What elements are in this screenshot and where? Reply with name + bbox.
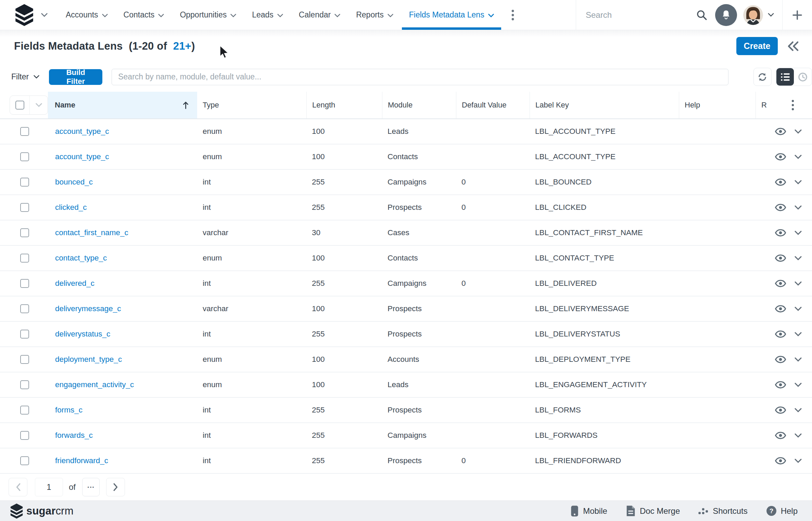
focus-preview-button[interactable] bbox=[775, 355, 786, 364]
column-header-module[interactable]: Module bbox=[382, 92, 456, 118]
row-checkbox[interactable] bbox=[20, 380, 29, 389]
row-actions-dropdown[interactable] bbox=[795, 129, 802, 134]
activity-timeline-toggle[interactable] bbox=[794, 68, 812, 86]
total-count-link[interactable]: 21+ bbox=[173, 40, 191, 52]
doc-merge-link[interactable]: Doc Merge bbox=[626, 505, 680, 517]
column-settings-kebab-icon[interactable] bbox=[791, 99, 794, 111]
row-checkbox[interactable] bbox=[20, 254, 29, 263]
global-search[interactable] bbox=[576, 0, 696, 30]
mobile-link[interactable]: Mobile bbox=[570, 505, 607, 517]
row-checkbox[interactable] bbox=[20, 203, 29, 212]
app-logo-menu[interactable] bbox=[15, 4, 48, 26]
table-row: deliverymessage_c varchar 100 Prospects … bbox=[0, 296, 812, 322]
row-actions-dropdown[interactable] bbox=[795, 307, 802, 311]
nav-overflow-menu[interactable] bbox=[502, 0, 524, 30]
nav-menu-item[interactable]: Reports bbox=[348, 0, 401, 30]
row-actions-dropdown[interactable] bbox=[795, 357, 802, 362]
row-checkbox[interactable] bbox=[20, 431, 29, 440]
focus-preview-button[interactable] bbox=[775, 305, 786, 313]
field-name-link[interactable]: friendforward_c bbox=[55, 456, 108, 465]
focus-preview-button[interactable] bbox=[775, 431, 786, 440]
field-name-link[interactable]: account_type_c bbox=[55, 152, 109, 161]
field-name-link[interactable]: forwards_c bbox=[55, 431, 93, 440]
list-view-toggle[interactable] bbox=[776, 68, 794, 86]
row-actions-dropdown[interactable] bbox=[795, 180, 802, 185]
column-header-label-key[interactable]: Label Key bbox=[530, 92, 679, 118]
nav-tab-fields-metadata-lens[interactable]: Fields Metadata Lens bbox=[401, 0, 502, 30]
row-checkbox[interactable] bbox=[20, 456, 29, 465]
field-name-link[interactable]: deliverystatus_c bbox=[55, 330, 110, 338]
row-actions-dropdown[interactable] bbox=[795, 383, 802, 387]
collapse-sidebar-button[interactable] bbox=[785, 41, 802, 51]
row-actions-dropdown[interactable] bbox=[795, 433, 802, 438]
field-name-link[interactable]: contact_first_name_c bbox=[55, 228, 128, 237]
shortcuts-link[interactable]: Shortcuts bbox=[698, 506, 747, 516]
focus-preview-button[interactable] bbox=[775, 153, 786, 161]
field-name-link[interactable]: bounced_c bbox=[55, 178, 93, 186]
focus-preview-button[interactable] bbox=[775, 406, 786, 414]
field-name-link[interactable]: deliverymessage_c bbox=[55, 304, 121, 313]
refresh-button[interactable] bbox=[753, 68, 772, 86]
row-actions-dropdown[interactable] bbox=[795, 408, 802, 412]
field-name-link[interactable]: delivered_c bbox=[55, 279, 94, 288]
focus-preview-button[interactable] bbox=[775, 254, 786, 262]
row-actions-dropdown[interactable] bbox=[795, 155, 802, 159]
nav-menu-item[interactable]: Contacts bbox=[116, 0, 172, 30]
row-actions-dropdown[interactable] bbox=[795, 205, 802, 210]
quick-create-button[interactable] bbox=[783, 0, 812, 30]
total-pages-button[interactable]: ... bbox=[82, 478, 100, 496]
help-link[interactable]: ? Help bbox=[766, 506, 798, 516]
row-checkbox[interactable] bbox=[20, 152, 29, 161]
row-checkbox[interactable] bbox=[20, 279, 29, 288]
field-name-link[interactable]: engagement_activity_c bbox=[55, 380, 134, 389]
focus-preview-button[interactable] bbox=[775, 127, 786, 136]
next-page-button[interactable] bbox=[106, 478, 125, 496]
nav-menu-item[interactable]: Leads bbox=[244, 0, 291, 30]
row-checkbox[interactable] bbox=[20, 406, 29, 415]
row-actions-dropdown[interactable] bbox=[795, 332, 802, 336]
focus-preview-button[interactable] bbox=[775, 330, 786, 338]
row-checkbox[interactable] bbox=[20, 127, 29, 136]
field-name-link[interactable]: clicked_c bbox=[55, 203, 87, 212]
column-header-length[interactable]: Length bbox=[306, 92, 382, 118]
column-header-name[interactable]: Name bbox=[48, 92, 197, 118]
focus-preview-button[interactable] bbox=[775, 279, 786, 288]
nav-menu-item[interactable]: Accounts bbox=[58, 0, 116, 30]
focus-preview-button[interactable] bbox=[775, 381, 786, 389]
build-filter-button[interactable]: Build Filter bbox=[49, 69, 102, 85]
field-name-link[interactable]: deployment_type_c bbox=[55, 355, 122, 364]
select-all-dropdown[interactable] bbox=[30, 96, 48, 114]
field-name-link[interactable]: account_type_c bbox=[55, 127, 109, 136]
row-checkbox[interactable] bbox=[20, 330, 29, 339]
page-number-input[interactable] bbox=[35, 478, 63, 496]
row-actions-dropdown[interactable] bbox=[795, 231, 802, 235]
row-checkbox[interactable] bbox=[20, 304, 29, 313]
column-header-type[interactable]: Type bbox=[197, 92, 306, 118]
row-actions-dropdown[interactable] bbox=[795, 256, 802, 260]
filter-dropdown[interactable]: Filter bbox=[11, 72, 39, 81]
field-name-link[interactable]: forms_c bbox=[55, 406, 83, 414]
create-button[interactable]: Create bbox=[736, 37, 778, 55]
row-checkbox[interactable] bbox=[20, 178, 29, 187]
nav-menu-item[interactable]: Opportunities bbox=[172, 0, 244, 30]
focus-preview-button[interactable] bbox=[775, 203, 786, 212]
user-menu[interactable] bbox=[743, 5, 774, 25]
field-name-link[interactable]: contact_type_c bbox=[55, 254, 107, 262]
select-all-checkbox[interactable] bbox=[10, 96, 30, 114]
focus-preview-button[interactable] bbox=[775, 229, 786, 237]
previous-page-button[interactable] bbox=[9, 478, 27, 496]
row-checkbox[interactable] bbox=[20, 228, 29, 237]
column-header-help[interactable]: Help bbox=[679, 92, 756, 118]
global-search-input[interactable] bbox=[586, 10, 696, 20]
notifications-button[interactable] bbox=[715, 4, 737, 26]
list-search-input[interactable] bbox=[112, 69, 728, 85]
column-header-default-value[interactable]: Default Value bbox=[456, 92, 530, 118]
row-actions-dropdown[interactable] bbox=[795, 459, 802, 463]
nav-menu-item[interactable]: Calendar bbox=[291, 0, 348, 30]
focus-preview-button[interactable] bbox=[775, 178, 786, 186]
focus-preview-button[interactable] bbox=[775, 457, 786, 465]
row-checkbox[interactable] bbox=[20, 355, 29, 364]
search-button[interactable] bbox=[696, 9, 708, 21]
column-header-required[interactable]: R bbox=[756, 92, 768, 118]
row-actions-dropdown[interactable] bbox=[795, 281, 802, 286]
